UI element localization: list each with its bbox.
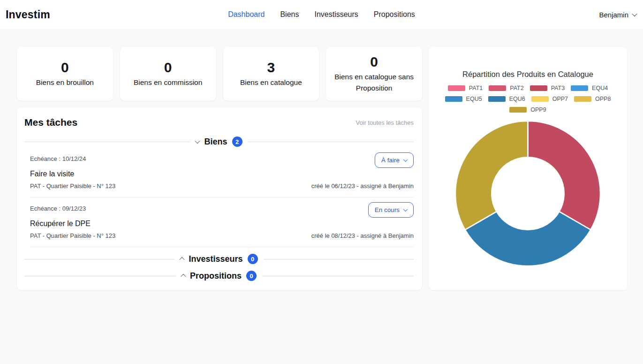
task-title: Récupérer le DPE (30, 220, 414, 228)
task-due-date: Echéance : 10/12/24 (30, 155, 414, 162)
chevron-down-icon (403, 207, 408, 212)
stat-card: 0 Biens en catalogue sans Proposition (326, 47, 422, 101)
stat-card: 3 Biens en catalogue (223, 47, 319, 101)
task-section-toggle-propositions[interactable]: Propositions 0 (24, 271, 414, 281)
chevron-down-icon (195, 138, 200, 144)
legend-swatch (488, 96, 506, 102)
task-title: Faire la visite (30, 170, 414, 178)
stat-value: 0 (370, 54, 378, 70)
tasks-list: Echéance : 10/12/24 À faire Faire la vis… (30, 148, 414, 247)
tasks-panel-title: Mes tâches (24, 117, 77, 128)
legend-item-opp9[interactable]: OPP9 (509, 106, 546, 113)
legend-swatch (448, 85, 465, 91)
legend-label: PAT1 (469, 85, 483, 91)
nav-item-investisseurs[interactable]: Investisseurs (314, 10, 358, 19)
stats-row: 0 Biens en brouillon 0 Biens en commissi… (17, 47, 422, 101)
section-label: Biens (204, 137, 227, 147)
task-item: Echéance : 09/12/23 En cours Récupérer l… (30, 197, 414, 247)
legend-item-opp8[interactable]: OPP8 (574, 96, 611, 102)
legend-item-pat2[interactable]: PAT2 (489, 85, 523, 91)
chevron-down-icon (403, 157, 408, 162)
task-meta: créé le 08/12/23 - assigné à Benjamin (311, 232, 414, 239)
stat-label: Biens en catalogue (240, 77, 302, 88)
app-header: Investim DashboardBiensInvestisseursProp… (0, 0, 643, 29)
left-column: 0 Biens en brouillon 0 Biens en commissi… (17, 47, 422, 290)
task-status-label: En cours (375, 206, 400, 213)
legend-label: OPP9 (530, 106, 546, 113)
legend-item-equ6[interactable]: EQU6 (488, 96, 525, 102)
legend-item-opp7[interactable]: OPP7 (531, 96, 568, 102)
brand-logo[interactable]: Investim (6, 8, 50, 21)
chevron-up-icon (181, 274, 186, 279)
stat-label: Biens en brouillon (36, 77, 94, 88)
legend-item-equ5[interactable]: EQU5 (445, 96, 482, 102)
task-section-toggle-biens[interactable]: Biens 2 (24, 136, 414, 147)
task-status-dropdown[interactable]: À faire (375, 152, 414, 168)
tasks-panel-header: Mes tâches Voir toutes les tâches (24, 117, 414, 128)
dashboard-content: 0 Biens en brouillon 0 Biens en commissi… (0, 29, 643, 303)
legend-label: PAT3 (551, 85, 565, 91)
task-meta: créé le 06/12/23 - assigné à Benjamin (311, 182, 414, 190)
legend-label: EQU4 (592, 85, 608, 91)
donut-segment-pat3[interactable] (528, 121, 601, 230)
task-item: Echéance : 10/12/24 À faire Faire la vis… (30, 148, 414, 197)
chevron-up-icon (180, 257, 185, 262)
legend-item-pat3[interactable]: PAT3 (530, 85, 565, 91)
legend-label: EQU5 (466, 96, 482, 102)
task-status-label: À faire (381, 157, 400, 164)
task-due-date: Echéance : 09/12/23 (30, 205, 414, 212)
nav-item-biens[interactable]: Biens (280, 10, 299, 19)
legend-swatch (445, 96, 462, 102)
section-label: Propositions (190, 271, 242, 281)
donut-segment-equ6[interactable] (465, 212, 591, 266)
chart-legend: PAT1 PAT2 PAT3 EQU4 EQU5 EQU6 OPP7 OPP8 … (441, 85, 615, 113)
legend-label: EQU6 (509, 96, 525, 102)
section-label: Investisseurs (189, 254, 242, 264)
legend-swatch (531, 96, 549, 102)
chart-title: Répartition des Produits en Catalogue (462, 70, 593, 79)
legend-label: OPP8 (595, 96, 611, 102)
nav-item-propositions[interactable]: Propositions (374, 10, 415, 19)
task-reference: PAT - Quartier Paisible - N° 123 (30, 232, 115, 239)
task-sections: Biens 2 Echéance : 10/12/24 À faire Fair… (24, 136, 414, 281)
chevron-down-icon (632, 11, 637, 16)
nav-item-dashboard[interactable]: Dashboard (228, 10, 265, 19)
chart-card: Répartition des Produits en Catalogue PA… (429, 47, 627, 290)
section-count-badge: 0 (246, 271, 257, 281)
stat-card: 0 Biens en brouillon (17, 47, 113, 101)
legend-swatch (489, 85, 506, 91)
legend-item-equ4[interactable]: EQU4 (571, 85, 608, 91)
tasks-panel: Mes tâches Voir toutes les tâches Biens … (17, 107, 422, 290)
donut-segment-opp9[interactable] (455, 121, 528, 230)
legend-label: PAT2 (510, 85, 523, 91)
legend-item-pat1[interactable]: PAT1 (448, 85, 483, 91)
legend-swatch (509, 107, 527, 113)
section-count-badge: 0 (248, 254, 258, 264)
stat-value: 0 (164, 60, 172, 76)
donut-chart (454, 120, 602, 267)
stat-label: Biens en commission (134, 77, 202, 88)
legend-label: OPP7 (552, 96, 568, 102)
stat-card: 0 Biens en commission (120, 47, 216, 101)
user-menu[interactable]: Benjamin (599, 11, 636, 19)
stat-value: 0 (61, 60, 69, 76)
stat-value: 3 (267, 60, 275, 76)
stat-label: Biens en catalogue sans Proposition (333, 71, 416, 94)
legend-swatch (530, 85, 547, 91)
task-section-toggle-investisseurs[interactable]: Investisseurs 0 (24, 254, 414, 264)
task-status-dropdown[interactable]: En cours (368, 202, 414, 218)
legend-swatch (571, 85, 588, 91)
user-name: Benjamin (599, 11, 628, 19)
legend-swatch (574, 96, 591, 102)
main-nav: DashboardBiensInvestisseursPropositions (228, 10, 415, 19)
view-all-tasks-link[interactable]: Voir toutes les tâches (356, 119, 414, 126)
task-reference: PAT - Quartier Paisible - N° 123 (30, 182, 115, 190)
section-count-badge: 2 (232, 136, 242, 147)
